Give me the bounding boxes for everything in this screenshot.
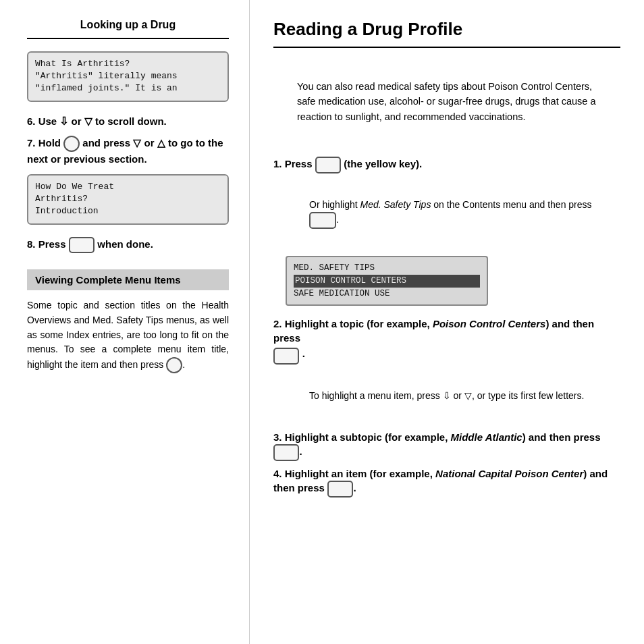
step-1: 1. Press (the yellow key). (273, 157, 620, 173)
down-triangle-icon: ▽ (133, 137, 141, 149)
step3-key-button (273, 444, 299, 461)
down-arrow-icon: ▽ (84, 115, 92, 127)
step2-key-button (273, 348, 299, 365)
step6-or: or (72, 115, 84, 127)
step-7: 7. Hold and press ▽ or △ to go to the ne… (27, 136, 229, 166)
step8-after: when done. (97, 238, 153, 250)
right-divider (273, 47, 620, 48)
step2-period: . (302, 348, 305, 360)
step7-mid: and press (82, 137, 133, 149)
left-divider (27, 38, 229, 39)
lcd1-line1: What Is Arthritis? (35, 58, 221, 70)
step4-text: 4. Highlight an item (for example, Natio… (273, 468, 608, 493)
step-8: 8. Press when done. (27, 237, 229, 254)
contents-key-button (309, 212, 336, 229)
up-triangle-icon: △ (157, 137, 165, 149)
right-intro: You can also read medical safety tips ab… (273, 60, 620, 143)
step1-label: (the yellow key). (344, 159, 422, 170)
lcd1-line2: "Arthritis" literally means (35, 70, 221, 82)
step3-text: 3. Highlight a subtopic (for example, Mi… (273, 431, 601, 457)
step7-num: 7. Hold (27, 137, 63, 149)
subsection-header: Viewing Complete Menu Items (27, 269, 229, 290)
step-2: 2. Highlight a topic (for example, Poiso… (273, 317, 620, 365)
round-key-button-subsection (166, 357, 182, 373)
done-key-button (69, 237, 95, 254)
step2-before: 2. Highlight a topic (for example, Poiso… (273, 318, 594, 344)
lcd-right-line2: POISON CONTROL CENTERS (294, 275, 480, 288)
lcd-screen-2: How Do We Treat Arthritis? Introduction (27, 174, 229, 225)
yellow-key-button (315, 157, 341, 173)
step8-before: 8. Press (27, 238, 69, 250)
step6-num: 6. Use (27, 115, 59, 127)
lcd2-line3: Introduction (35, 205, 221, 217)
left-title: Looking up a Drug (27, 19, 229, 31)
step2-note: To highlight a menu item, press ⇩ or ▽, … (286, 370, 620, 422)
lcd2-line1: How Do We Treat (35, 181, 221, 193)
lcd-screen-1: What Is Arthritis? "Arthritis" literally… (27, 51, 229, 102)
step2-arrow1-icon: ⇩ (443, 390, 451, 401)
lcd-right-line1: MED. SAFETY TIPS (294, 262, 480, 275)
subsection-body: Some topic and section titles on the Hea… (27, 298, 229, 373)
step2-arrow2-icon: ▽ (464, 390, 472, 401)
step-3: 3. Highlight a subtopic (for example, Mi… (273, 430, 620, 461)
step6-text: to scroll down. (95, 115, 167, 127)
lcd-screen-right-1: MED. SAFETY TIPS POISON CONTROL CENTERS … (286, 256, 488, 306)
step-6: 6. Use ⇩ or ▽ to scroll down. (27, 114, 229, 129)
step4-key-button (327, 481, 353, 498)
right-column: Reading a Drug Profile You can also read… (250, 0, 644, 644)
step1-num: 1. Press (273, 159, 315, 170)
lcd-right-line3: SAFE MEDICATION USE (294, 288, 480, 300)
step-4: 4. Highlight an item (for example, Natio… (273, 466, 620, 498)
lcd1-line3: "inflamed joints." It is an (35, 82, 221, 95)
right-title: Reading a Drug Profile (273, 19, 620, 40)
step7-or: or (144, 137, 157, 149)
left-column: Looking up a Drug What Is Arthritis? "Ar… (0, 0, 250, 644)
step1-note: Or highlight Med. Safety Tips on the Con… (286, 179, 620, 248)
hold-key-button (63, 136, 80, 152)
scroll-down-arrow-icon: ⇩ (59, 115, 68, 127)
lcd2-line2: Arthritis? (35, 193, 221, 205)
